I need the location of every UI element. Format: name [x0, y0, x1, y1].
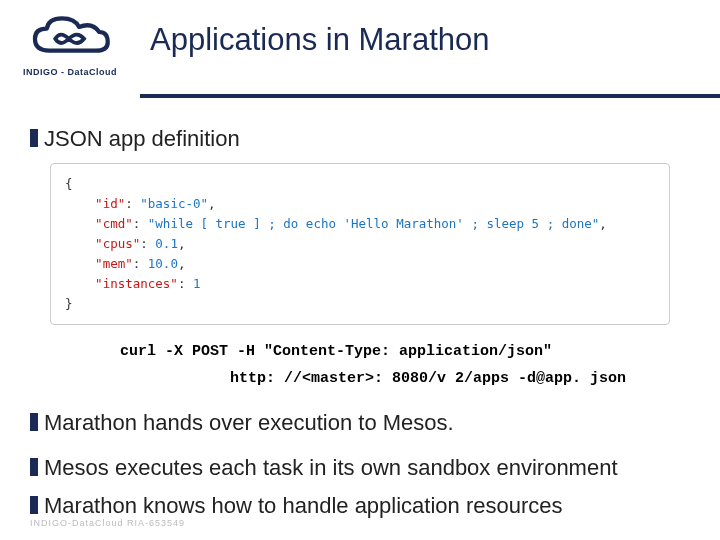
bullet-item: JSON app definition [30, 125, 690, 153]
bullet-marker [30, 458, 38, 476]
bullet-marker [30, 129, 38, 147]
bullet-marker [30, 496, 38, 514]
bullet-item: Marathon knows how to handle application… [30, 492, 690, 520]
code-value: "basic-0" [140, 196, 208, 211]
bullet-text: Marathon knows how to handle application… [44, 492, 563, 520]
bullet-text: Mesos executes each task in its own sand… [44, 454, 618, 482]
bullet-marker [30, 413, 38, 431]
slide-content: JSON app definition { "id": "basic-0", "… [0, 0, 720, 529]
code-key: "id" [95, 196, 125, 211]
bullet-text: Marathon hands over execution to Mesos. [44, 409, 454, 437]
bullet-text: JSON app definition [44, 125, 240, 153]
code-key: "cmd" [95, 216, 133, 231]
code-value: 1 [193, 276, 201, 291]
code-value: 0.1 [155, 236, 178, 251]
curl-command-line1: curl -X POST -H "Content-Type: applicati… [120, 343, 690, 360]
bullet-item: Mesos executes each task in its own sand… [30, 454, 690, 482]
code-value: "while [ true ] ; do echo 'Hello Maratho… [148, 216, 600, 231]
code-brace-close: } [65, 296, 73, 311]
code-value: 10.0 [148, 256, 178, 271]
code-key: "cpus" [95, 236, 140, 251]
code-brace-open: { [65, 176, 73, 191]
footer-watermark: INDIGO-DataCloud RIA-653549 [30, 518, 185, 528]
code-key: "mem" [95, 256, 133, 271]
curl-command-line2: http: //<master>: 8080/v 2/apps -d@app. … [230, 370, 690, 387]
bullet-item: Marathon hands over execution to Mesos. [30, 409, 690, 437]
code-block: { "id": "basic-0", "cmd": "while [ true … [50, 163, 670, 325]
code-key: "instances" [95, 276, 178, 291]
